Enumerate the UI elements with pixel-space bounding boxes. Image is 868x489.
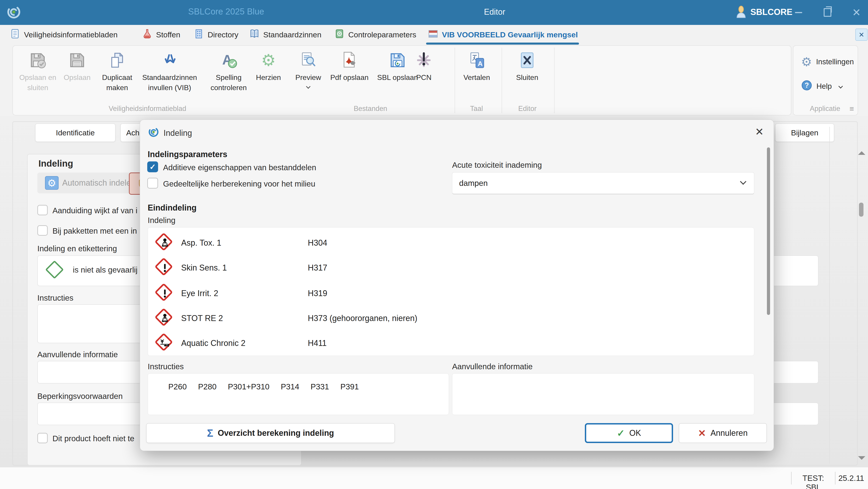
button-label: Sluiten bbox=[516, 73, 538, 83]
close-window-button[interactable]: ✕ bbox=[848, 0, 864, 25]
tab-directory[interactable]: Directory bbox=[194, 25, 238, 45]
button-label: Pdf opslaan bbox=[330, 73, 368, 83]
app-title: SBLCore 2025 Blue bbox=[156, 7, 296, 17]
ok-button[interactable]: ✓ OK bbox=[585, 423, 673, 443]
close-editor-button[interactable]: Sluiten bbox=[509, 50, 545, 83]
settings-button[interactable]: ⚙ Instellingen bbox=[801, 56, 854, 68]
additional-info-box[interactable] bbox=[452, 373, 754, 415]
preview-icon bbox=[299, 50, 318, 70]
tab-stoffen[interactable]: Stoffen bbox=[142, 25, 180, 45]
duplicate-button[interactable]: Duplicaat maken bbox=[95, 50, 140, 93]
acute-toxicity-label: Acute toxiciteit inademing bbox=[452, 161, 542, 170]
classification-name: Skin Sens. 1 bbox=[181, 263, 308, 272]
packages-checkbox[interactable] bbox=[37, 225, 48, 236]
overview-calculation-button[interactable]: Σ Overzicht berekening indeling bbox=[146, 423, 395, 443]
classification-name: Asp. Tox. 1 bbox=[181, 238, 308, 248]
sigma-icon: Σ bbox=[207, 427, 213, 439]
form-tab-bijlagen[interactable]: Bijlagen bbox=[775, 123, 834, 142]
dialog-scrollbar-thumb[interactable] bbox=[767, 147, 770, 315]
final-classification-header: Eindindeling bbox=[148, 203, 196, 212]
translate-icon: A bbox=[467, 50, 486, 70]
translate-button[interactable]: A Vertalen bbox=[454, 50, 499, 83]
chevron-down-icon bbox=[838, 84, 843, 88]
designation-checkbox[interactable] bbox=[37, 205, 48, 215]
p-code[interactable]: P314 bbox=[281, 382, 299, 391]
partial-recalc-checkbox[interactable] bbox=[147, 178, 158, 189]
close-tab-button[interactable]: ✕ bbox=[855, 29, 868, 41]
pcn-button[interactable]: PCN bbox=[408, 50, 440, 83]
button-label: Automatisch indelen bbox=[62, 178, 135, 188]
dialog-close-button[interactable]: ✕ bbox=[755, 126, 764, 138]
p-code[interactable]: P391 bbox=[340, 382, 359, 391]
check-icon: ✓ bbox=[617, 428, 625, 439]
button-label: Preview bbox=[296, 73, 321, 83]
minimize-button[interactable] bbox=[790, 0, 806, 25]
ghs07-exclamation-mark-icon bbox=[154, 257, 176, 279]
cancel-button[interactable]: ✕ Annuleren bbox=[679, 423, 767, 443]
save-pdf-button[interactable]: Pdf opslaan bbox=[322, 50, 377, 83]
ribbon-menu-icon[interactable]: ≡ bbox=[849, 104, 854, 113]
cross-icon: ✕ bbox=[698, 428, 706, 439]
group-label-editor: Editor bbox=[507, 105, 548, 113]
additive-properties-checkbox[interactable] bbox=[147, 162, 158, 172]
scrollbar-thumb[interactable] bbox=[859, 203, 864, 217]
user-name[interactable]: SBLCORE bbox=[750, 7, 793, 17]
product-checkbox[interactable] bbox=[37, 433, 48, 443]
ghs08-health-hazard-icon bbox=[154, 232, 176, 254]
scroll-up-arrow[interactable] bbox=[858, 151, 865, 155]
tab-label: Identificatie bbox=[56, 128, 95, 137]
additive-properties-label: Additieve eigenschappen van bestanddelen bbox=[163, 163, 316, 172]
close-icon: ✕ bbox=[852, 6, 861, 19]
save-and-close-button[interactable]: Opslaan en sluiten bbox=[14, 50, 62, 93]
double-down-arrows-icon bbox=[160, 50, 179, 70]
pcn-asterisk-icon bbox=[414, 50, 433, 70]
classification-row[interactable]: STOT RE 2 H373 (gehoororganen, nieren) bbox=[154, 307, 733, 329]
classification-row[interactable]: Skin Sens. 1 H317 bbox=[154, 257, 733, 279]
form-tab-identificatie[interactable]: Identificatie bbox=[35, 123, 116, 142]
button-label: Standaardzinnen invullen (VIB) bbox=[137, 73, 203, 93]
gear-icon: ⚙ bbox=[261, 50, 276, 70]
tab-veiligheidsinformatiebladen[interactable]: Veiligheidsinformatiebladen bbox=[10, 25, 118, 45]
p-code[interactable]: P331 bbox=[311, 382, 329, 391]
statusbar-separator bbox=[791, 472, 792, 485]
flask-icon bbox=[142, 29, 152, 41]
ribbon-separator bbox=[554, 48, 555, 113]
fill-standard-phrases-button[interactable]: Standaardzinnen invullen (VIB) bbox=[137, 50, 203, 93]
p-codes-box[interactable]: P260 P280 P301+P310 P314 P331 P391 bbox=[148, 373, 449, 415]
classification-name: Eye Irrit. 2 bbox=[181, 289, 308, 298]
help-button[interactable]: ? Help bbox=[801, 80, 842, 93]
environment-indicator: TEST: SBL bbox=[794, 473, 832, 489]
p-code[interactable]: P301+P310 bbox=[228, 382, 270, 391]
p-code[interactable]: P260 bbox=[168, 382, 187, 391]
revise-button[interactable]: ⚙ Herzien bbox=[250, 50, 286, 83]
save-button[interactable]: Opslaan bbox=[60, 50, 94, 83]
dutch-flag-icon bbox=[428, 29, 438, 41]
packages-checkbox-label: Bij pakketten met een in bbox=[53, 226, 137, 235]
sds-document-icon bbox=[10, 29, 20, 41]
tab-controleparameters[interactable]: Controleparameters bbox=[334, 25, 416, 45]
classification-row[interactable]: Aquatic Chronic 2 H411 bbox=[154, 332, 733, 354]
ghs09-environment-icon bbox=[154, 332, 176, 354]
restore-icon bbox=[824, 8, 831, 17]
group-label-bestanden: Bestanden bbox=[303, 105, 438, 113]
floppy-icon bbox=[68, 50, 87, 70]
p-code[interactable]: P280 bbox=[198, 382, 217, 391]
ribbon-separator bbox=[502, 48, 502, 113]
tab-vib-voorbeeld-gevaarlijk-mengsel[interactable]: VIB VOORBEELD Gevaarlijk mengsel bbox=[428, 25, 578, 45]
scroll-down-arrow[interactable] bbox=[858, 456, 865, 460]
classification-row[interactable]: Eye Irrit. 2 H319 bbox=[154, 282, 733, 305]
hazard-code: H304 bbox=[308, 238, 327, 248]
spellcheck-button[interactable]: A Spelling controleren bbox=[203, 50, 255, 93]
restrictions-label: Beperkingsvoorwaarden bbox=[37, 392, 123, 401]
auto-classify-button[interactable]: ⚙ Automatisch indelen bbox=[37, 173, 143, 193]
tab-label: Stoffen bbox=[156, 30, 180, 39]
user-avatar-icon[interactable] bbox=[735, 5, 748, 19]
pdf-icon bbox=[340, 50, 359, 70]
instructions-label: Instructies bbox=[37, 293, 73, 303]
close-icon: ✕ bbox=[859, 31, 864, 39]
tab-standaardzinnen[interactable]: Standaardzinnen bbox=[249, 25, 321, 45]
hazard-code: H319 bbox=[308, 289, 327, 298]
restore-button[interactable] bbox=[819, 0, 835, 25]
acute-toxicity-select[interactable]: dampen bbox=[452, 172, 754, 194]
classification-row[interactable]: Asp. Tox. 1 H304 bbox=[154, 232, 733, 254]
